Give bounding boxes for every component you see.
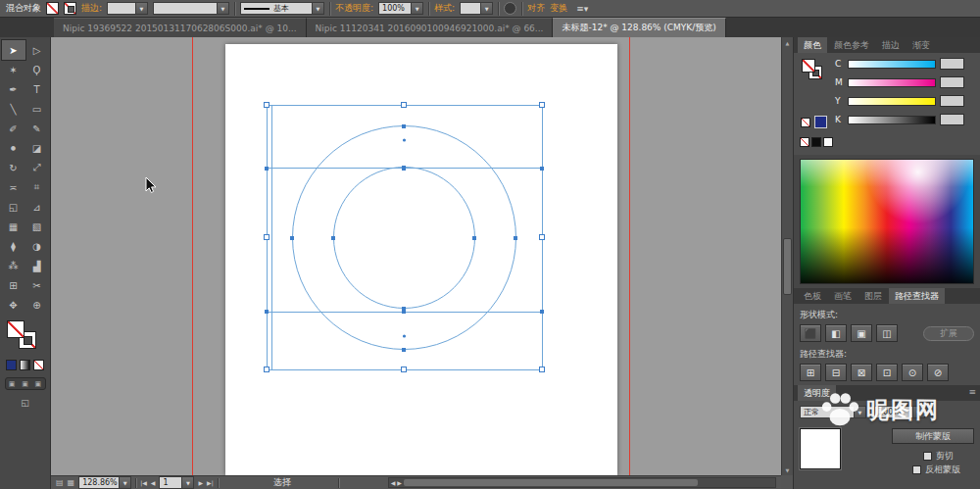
symbol-sprayer-tool[interactable]: ⁂	[2, 256, 25, 275]
zoom-value-field[interactable]: 128.86%	[78, 476, 120, 489]
draw-inside-icon[interactable]: ▣	[35, 380, 42, 388]
document-tab[interactable]: Nipic 19369522 2015013117062806S000.ai* …	[54, 18, 307, 37]
transparency-opacity-dropdown[interactable]: 100% ▼	[874, 406, 925, 418]
opacity-dropdown[interactable]: 100% ▼	[378, 2, 423, 15]
intersect[interactable]: ▣	[851, 324, 872, 342]
color-slider[interactable]	[848, 97, 936, 106]
divide[interactable]: ⊞	[800, 364, 821, 381]
scale-tool[interactable]: ⤢	[25, 158, 49, 177]
style-dropdown[interactable]: ▼	[460, 2, 493, 15]
vertical-scrollbar[interactable]: ▲ ▼	[781, 37, 793, 475]
panel-tab[interactable]: 画笔	[828, 288, 858, 304]
object-thumbnail[interactable]	[800, 428, 841, 469]
selected-artwork[interactable]	[51, 37, 781, 475]
minus-front[interactable]: ◧	[825, 324, 847, 342]
paintbrush-tool[interactable]: ✐	[2, 119, 25, 138]
type-tool[interactable]: T	[25, 79, 49, 99]
color-slider[interactable]	[848, 60, 936, 69]
blend-tool[interactable]: ◑	[25, 236, 49, 256]
rotate-tool[interactable]: ↻	[2, 158, 25, 177]
dropdown-arrow-icon[interactable]: ▼	[182, 476, 194, 489]
perspective-grid-tool[interactable]: ⊿	[25, 197, 49, 217]
channel-value-field[interactable]	[940, 58, 964, 70]
screen-mode-icon[interactable]: ◱	[19, 398, 32, 410]
transparency-opacity-value[interactable]: 100%	[874, 406, 913, 418]
unite[interactable]: ⬛	[800, 324, 821, 342]
artboard-tool[interactable]: ⊞	[2, 275, 25, 295]
dropdown-arrow-icon[interactable]: ▼	[412, 2, 423, 15]
minus-back[interactable]: ⊘	[927, 364, 949, 381]
channel-value-field[interactable]	[940, 114, 964, 125]
panel-tab[interactable]: 路径查找器	[889, 288, 945, 304]
brush-definition-dropdown[interactable]: 基本 ▼	[240, 2, 324, 15]
dropdown-arrow-icon[interactable]: ▼	[218, 2, 229, 15]
lasso-tool[interactable]: Ϙ	[25, 60, 49, 79]
white-swatch[interactable]	[823, 137, 833, 147]
exclude[interactable]: ◫	[876, 324, 898, 342]
fill-color-swatch[interactable]	[46, 2, 59, 15]
dropdown-arrow-icon[interactable]: ▼	[313, 2, 324, 15]
gradient-button[interactable]	[20, 360, 30, 370]
shape-builder-tool[interactable]: ◱	[2, 197, 25, 217]
eyedropper-tool[interactable]: ⧫	[2, 236, 25, 256]
fill-proxy-swatch[interactable]	[7, 320, 24, 338]
document-tab[interactable]: 未标题-12* @ 128.86% (CMYK/预览)	[553, 18, 725, 37]
panel-tab[interactable]: 渐变	[906, 37, 936, 53]
next-artboard-icon[interactable]: ▶	[198, 479, 203, 486]
selection-tool[interactable]: ➤	[2, 40, 25, 60]
previous-artboard-icon[interactable]: ◀	[151, 479, 156, 486]
channel-value-field[interactable]	[940, 76, 964, 88]
direct-selection-tool[interactable]: ▷	[25, 40, 49, 60]
scroll-right-icon[interactable]: ▶	[397, 479, 402, 486]
mesh-tool[interactable]: ▦	[2, 217, 25, 236]
last-artboard-icon[interactable]: ▶|	[207, 479, 214, 486]
brush-definition-field[interactable]: 基本	[240, 2, 313, 15]
panel-tab[interactable]: 图层	[858, 288, 888, 304]
zoom-dropdown[interactable]: 128.86% ▼	[78, 476, 131, 489]
draw-behind-icon[interactable]: ▣	[22, 380, 28, 388]
stroke-weight-field[interactable]	[107, 2, 136, 15]
stroke-weight-dropdown[interactable]: ▼	[107, 2, 148, 15]
scroll-down-icon[interactable]: ▼	[782, 465, 793, 475]
vertical-scrollbar-thumb[interactable]	[783, 238, 792, 295]
canvas-grid-icon[interactable]: ▤	[56, 478, 64, 487]
color-slider[interactable]	[848, 78, 936, 87]
anchor-points[interactable]	[265, 124, 544, 352]
line-segment-tool[interactable]: ╲	[2, 99, 25, 119]
none-button[interactable]	[33, 360, 44, 370]
none-swatch[interactable]	[801, 118, 810, 127]
document-tab[interactable]: Nipic 11120341 2016090100946921000.ai* @…	[307, 18, 554, 37]
width-tool[interactable]: ≍	[2, 177, 25, 197]
trim[interactable]: ⊟	[825, 364, 847, 381]
outline[interactable]: ⊙	[902, 364, 923, 381]
blend-mode-dropdown[interactable]: 正常 ▼	[800, 406, 866, 418]
channel-value-field[interactable]	[940, 95, 964, 107]
stroke-color-swatch[interactable]	[64, 2, 76, 15]
hand-tool[interactable]: ✥	[2, 295, 25, 315]
dropdown-arrow-icon[interactable]: ▼	[855, 406, 866, 418]
zoom-tool[interactable]: ⊕	[25, 295, 49, 315]
scroll-up-icon[interactable]: ▲	[782, 37, 793, 48]
pencil-tool[interactable]: ✎	[25, 119, 49, 138]
recolor-artwork-icon[interactable]	[504, 2, 516, 15]
crop[interactable]: ⊡	[876, 364, 898, 381]
dropdown-arrow-icon[interactable]: ▼	[136, 2, 148, 15]
scroll-left-icon[interactable]: ◀	[391, 479, 396, 486]
panel-menu-icon[interactable]: ≡	[968, 387, 976, 397]
opacity-field[interactable]: 100%	[378, 2, 412, 15]
color-slider[interactable]	[848, 116, 936, 124]
black-swatch[interactable]	[811, 137, 821, 147]
panel-tab[interactable]: 颜色	[798, 37, 827, 53]
column-graph-tool[interactable]: ▟	[25, 256, 49, 275]
canvas[interactable]	[51, 37, 781, 475]
clip-checkbox[interactable]	[923, 452, 932, 461]
merge[interactable]: ⊠	[851, 364, 872, 381]
free-transform-tool[interactable]: ⌗	[25, 177, 49, 197]
invert-mask-checkbox[interactable]	[912, 465, 921, 474]
panel-tab[interactable]: 颜色参考	[828, 37, 875, 53]
artboard-number-field[interactable]: 1	[159, 476, 182, 489]
last-color-swatch[interactable]	[814, 116, 827, 128]
width-profile-field[interactable]	[153, 2, 218, 15]
blob-brush-tool[interactable]: ⚫	[2, 138, 25, 158]
slice-tool[interactable]: ✂	[25, 275, 49, 295]
